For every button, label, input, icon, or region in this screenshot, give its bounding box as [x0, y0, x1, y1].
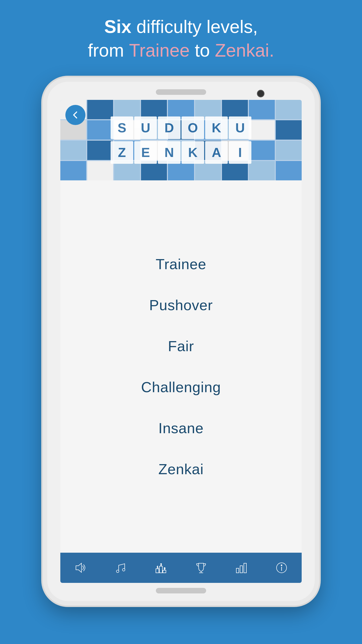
svg-text:1: 1 [157, 566, 158, 569]
svg-rect-13 [244, 563, 246, 573]
stats-icon[interactable] [233, 559, 250, 577]
letter-U2: U [229, 116, 251, 139]
sudoku-title-overlay: S U D O K U Z E N K A I [60, 100, 302, 180]
svg-rect-12 [240, 566, 243, 573]
letter-O: O [182, 116, 204, 139]
leaderboard-icon[interactable]: 1 2 3 [152, 559, 170, 577]
letter-E: E [134, 141, 157, 164]
zenkai-word: Z E N K A I [111, 141, 251, 164]
svg-point-16 [281, 565, 282, 566]
difficulty-fair[interactable]: Fair [60, 326, 302, 367]
letter-I: I [229, 141, 251, 164]
svg-text:3: 3 [164, 567, 165, 570]
svg-rect-4 [159, 566, 162, 573]
header-trainee: Trainee [129, 40, 190, 60]
trophy-icon[interactable] [192, 559, 210, 577]
phone-screen: S U D O K U Z E N K A I Trainee [60, 100, 302, 583]
info-icon[interactable] [273, 559, 290, 577]
camera [257, 90, 264, 97]
difficulty-zenkai[interactable]: Zenkai [60, 449, 302, 490]
sudoku-word: S U D O K U [111, 116, 251, 139]
side-button [316, 182, 319, 203]
letter-U: U [134, 116, 157, 139]
speaker-top [156, 89, 206, 95]
letter-K: K [205, 116, 228, 139]
header-difficulty: difficulty levels, [137, 17, 258, 37]
letter-A: A [205, 141, 228, 164]
header-to: to [195, 40, 215, 60]
svg-marker-0 [76, 563, 81, 572]
svg-point-2 [122, 569, 125, 571]
svg-rect-3 [156, 569, 159, 573]
difficulty-pushover[interactable]: Pushover [60, 285, 302, 326]
bottom-nav-bar: 1 2 3 [60, 553, 302, 583]
difficulty-trainee[interactable]: Trainee [60, 244, 302, 285]
speaker-bottom [156, 588, 206, 593]
sudoku-header: S U D O K U Z E N K A I [60, 100, 302, 180]
header-six: Six [104, 17, 131, 37]
header-zenkai: Zenkai. [215, 40, 274, 60]
svg-text:2: 2 [160, 563, 162, 566]
music-icon[interactable] [112, 559, 129, 577]
letter-D: D [158, 116, 180, 139]
svg-rect-11 [236, 568, 239, 573]
letter-S: S [111, 116, 133, 139]
letter-K2: K [182, 141, 204, 164]
back-button[interactable] [65, 105, 85, 125]
difficulty-list: Trainee Pushover Fair Challenging Insane… [60, 180, 302, 553]
header-section: Six difficulty levels, from Trainee to Z… [88, 15, 274, 62]
header-from: from [88, 40, 129, 60]
svg-point-1 [116, 570, 119, 573]
svg-rect-5 [163, 570, 166, 573]
difficulty-insane[interactable]: Insane [60, 408, 302, 449]
letter-N: N [158, 141, 180, 164]
difficulty-challenging[interactable]: Challenging [60, 367, 302, 408]
volume-icon[interactable] [72, 559, 89, 577]
phone-frame: S U D O K U Z E N K A I Trainee [43, 77, 319, 606]
letter-Z: Z [111, 141, 133, 164]
